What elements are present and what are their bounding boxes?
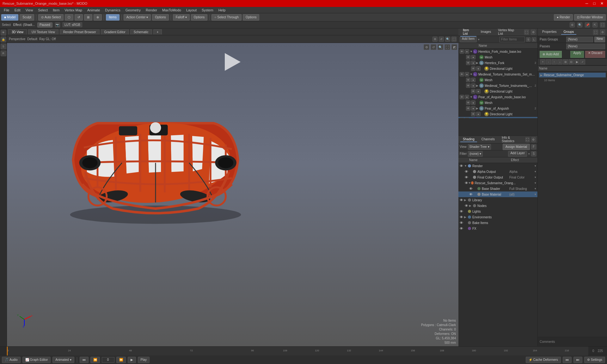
tab-add[interactable]: + <box>153 29 162 34</box>
menu-help[interactable]: Help <box>216 8 228 13</box>
sh-eye-icon[interactable]: 👁 <box>460 164 464 168</box>
render-icon[interactable]: ● <box>471 83 475 88</box>
vp-info-icon-5[interactable]: ◩ <box>451 44 457 50</box>
render-icon[interactable]: ● <box>476 89 481 94</box>
render-icon[interactable]: ● <box>465 118 469 118</box>
eye-icon[interactable]: 👁 <box>460 118 464 118</box>
tree-expand-arrow[interactable]: ▶ <box>476 61 479 64</box>
discard-button[interactable]: ✕ Discard <box>585 51 605 58</box>
sh-list-item-base-shader[interactable]: 👁 Base Shader Full Shading ▾ <box>458 186 537 191</box>
assign-material-button[interactable]: Assign Material <box>503 144 530 150</box>
timeline-ruler[interactable]: 0 24 48 72 96 108 120 132 144 156 168 18… <box>7 347 588 355</box>
tree-expand-arrow[interactable]: ▶ <box>476 107 479 110</box>
sh-list-item-fx[interactable]: 👁 FX <box>458 226 537 231</box>
sh-eye-icon[interactable]: 👁 <box>465 170 469 173</box>
options-button-3[interactable]: Options <box>243 14 259 21</box>
tab-render-preset[interactable]: Render Preset Browser <box>60 29 100 34</box>
render-icon[interactable]: ● <box>465 49 469 54</box>
group-arrow[interactable]: ▶ <box>540 74 543 77</box>
menu-select[interactable]: Select <box>35 8 50 13</box>
sh-expand-arrow[interactable]: ▶ <box>464 215 468 219</box>
list-item[interactable]: 👁 ● M Mesh <box>458 54 537 60</box>
sh-dropdown-icon[interactable]: ▾ <box>535 164 536 167</box>
tree-expand-arrow[interactable]: ▼ <box>470 95 473 99</box>
prev-frame-button[interactable]: ⏪ <box>90 357 100 363</box>
list-item[interactable]: 👁 ● ▶ G Pear_of_Anguish 2 <box>458 106 537 111</box>
list-item[interactable]: 👁 ● 💡 Directional Light <box>458 66 537 71</box>
sh-list-item-nodes[interactable]: 👁 ▶ Nodes <box>458 203 537 209</box>
groups-expand-all-icon[interactable]: ⊞ <box>563 59 568 64</box>
render-vis-icon[interactable]: R <box>1 51 6 56</box>
render-icon[interactable]: ● <box>471 78 475 82</box>
sh-list-item-final[interactable]: 👁 Final Color Output Final Color ▾ <box>458 174 537 180</box>
sh-dropdown-icon[interactable]: ▾ <box>535 181 536 185</box>
list-item[interactable]: 👁 ● 💡 Directional Light <box>458 88 537 94</box>
sh-dropdown-icon[interactable]: ▾ <box>535 176 536 179</box>
render-icon[interactable]: ● <box>476 112 481 116</box>
vp-info-icon-2[interactable]: ↺ <box>431 44 436 50</box>
vp-info-icon-1[interactable]: ⚙ <box>424 44 429 50</box>
eye-icon[interactable]: 👁 <box>460 72 464 76</box>
groups-up-icon[interactable]: ↑ <box>552 59 557 64</box>
eye-icon[interactable]: 👁 <box>460 49 464 54</box>
menu-dynamics[interactable]: Dynamics <box>102 8 123 13</box>
vp-settings-icon[interactable]: ⚙ <box>432 37 438 42</box>
render-window-button[interactable]: ⊡ Render Window <box>574 14 606 21</box>
options-button-1[interactable]: Options <box>152 14 169 21</box>
groups-collapse-all-icon[interactable]: ⊟ <box>569 59 574 64</box>
menu-render[interactable]: Render <box>143 8 160 13</box>
visibility-icon[interactable]: 👁 <box>1 30 6 35</box>
vp-info-icon-4[interactable]: ⛶ <box>445 44 450 50</box>
eye-icon[interactable]: 👁 <box>466 106 470 111</box>
animated-button[interactable]: Animated ▾ <box>52 357 74 363</box>
options-button-2[interactable]: Options <box>191 14 207 21</box>
timeline-playhead[interactable] <box>7 347 8 355</box>
filter-items-input[interactable] <box>500 37 525 42</box>
sh-expand-arrow[interactable]: ▶ <box>464 198 468 202</box>
sh-dropdown-icon[interactable]: ▾ <box>535 193 536 196</box>
add-layer-arrow[interactable]: ▾ <box>528 152 530 155</box>
groups-new-icon[interactable]: + <box>540 59 545 64</box>
sh-eye-icon[interactable]: 👁 <box>469 192 474 196</box>
sh-eye-icon[interactable]: 👁 <box>460 215 464 219</box>
tab-shading[interactable]: Shading <box>460 137 477 142</box>
audio-button[interactable]: 🎵 Audio <box>2 357 21 363</box>
shading-s-icon[interactable]: S <box>531 151 536 156</box>
apply-button[interactable]: Apply <box>570 51 584 58</box>
solo-icon[interactable]: S <box>1 44 6 49</box>
vp-expand-icon[interactable]: ⛶ <box>451 37 457 42</box>
lock-icon[interactable]: 🔒 <box>1 37 6 42</box>
add-layer-button[interactable]: Add Layer <box>508 151 527 157</box>
effect-value[interactable]: Effect: (Shadi... <box>13 23 35 27</box>
eye-icon[interactable]: 👁 <box>466 61 470 65</box>
close-button[interactable]: ✕ <box>599 1 604 6</box>
render-icon[interactable]: ● <box>471 61 475 65</box>
viewport-3d[interactable]: X Y Z No Items Polygons : Catmull-Clark … <box>7 43 458 346</box>
menu-vertex-map[interactable]: Vertex Map <box>62 8 85 13</box>
tab-properties[interactable]: Properties <box>540 29 559 35</box>
vp-info-icon-3[interactable]: 🔍 <box>438 44 443 50</box>
list-item[interactable]: 👁 ● 💡 Directional Light <box>458 111 537 117</box>
menu-geometry[interactable]: Geometry <box>123 8 143 13</box>
menu-item[interactable]: Item <box>50 8 62 13</box>
sh-eye-icon[interactable]: 👁 <box>465 175 469 179</box>
next-frame-button[interactable]: ⏩ <box>116 357 126 363</box>
sh-expand-arrow[interactable]: ▶ <box>469 204 473 207</box>
minimize-button[interactable]: ─ <box>584 1 589 6</box>
eye-icon[interactable]: 👁 <box>471 66 475 71</box>
render-icon[interactable]: ● <box>471 55 475 59</box>
list-item[interactable]: 👁 ● ▶ G Heretics_Fork 2 <box>458 60 537 66</box>
tab-3d-view[interactable]: 3D View <box>8 29 27 34</box>
eye-icon[interactable]: 👁 <box>466 78 470 82</box>
vp-default[interactable]: Default <box>27 37 37 41</box>
list-item[interactable]: 👁 ● M Mesh <box>458 100 537 106</box>
group-item[interactable]: ▶ Rescue_Submarine_Orange <box>539 73 606 77</box>
paused-button[interactable]: Paused <box>37 22 52 27</box>
eye-icon[interactable]: 👁 <box>466 100 470 105</box>
mode-model-button[interactable]: ■ Model <box>1 14 18 21</box>
list-item[interactable]: 👁 ● ▼ L Pear_of_Anguish_modo_base.lxo <box>458 94 537 100</box>
mode-sculpt-button[interactable]: Sculpt <box>20 14 34 21</box>
sh-list-item-material[interactable]: 👁 ▼ Rescue_Submarine_Orang... ▾ <box>458 180 537 186</box>
filter-s-icon[interactable]: S <box>526 37 530 42</box>
menu-layout[interactable]: Layout <box>184 8 199 13</box>
